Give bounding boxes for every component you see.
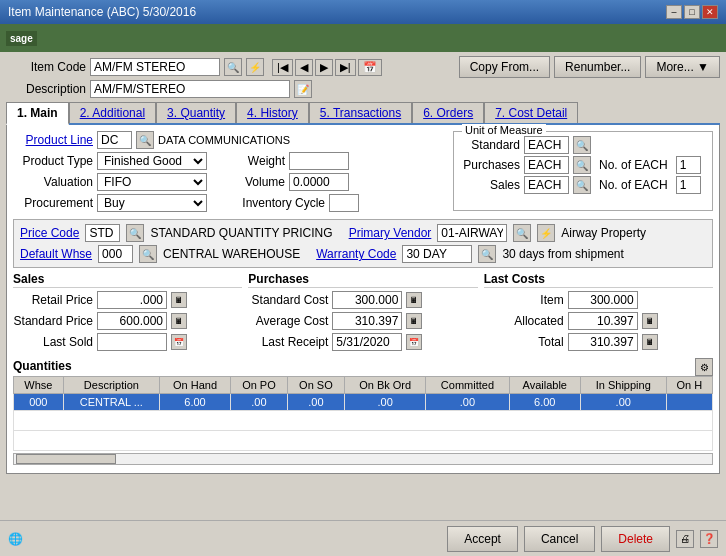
- quantities-table: Whse Description On Hand On PO On SO On …: [13, 376, 713, 451]
- description-label: Description: [6, 82, 86, 96]
- default-whse-input[interactable]: [98, 245, 133, 263]
- help-button[interactable]: ❓: [700, 530, 718, 548]
- primary-vendor-label[interactable]: Primary Vendor: [349, 226, 432, 240]
- quantities-title: Quantities: [13, 359, 72, 373]
- tab-orders[interactable]: 6. Orders: [412, 102, 484, 123]
- retail-price-label: Retail Price: [13, 293, 93, 307]
- product-line-label[interactable]: Product Line: [13, 133, 93, 147]
- warranty-code-search[interactable]: 🔍: [478, 245, 496, 263]
- col-description: Description: [63, 377, 159, 394]
- tab-transactions[interactable]: 5. Transactions: [309, 102, 412, 123]
- tab-cost-detail[interactable]: 7. Cost Detail: [484, 102, 578, 123]
- product-line-search-button[interactable]: 🔍: [136, 131, 154, 149]
- warranty-code-desc: 30 days from shipment: [502, 247, 623, 261]
- title-bar-controls: – □ ✕: [666, 5, 718, 19]
- product-type-select[interactable]: Finished Good Raw Material Service: [97, 152, 207, 170]
- horizontal-scrollbar[interactable]: [13, 453, 713, 465]
- nav-last-button[interactable]: ▶|: [335, 59, 356, 76]
- product-line-input[interactable]: [97, 131, 132, 149]
- uom-sales-input[interactable]: [524, 176, 569, 194]
- last-sold-input[interactable]: [97, 333, 167, 351]
- warranty-code-input[interactable]: [402, 245, 472, 263]
- default-whse-label[interactable]: Default Whse: [20, 247, 92, 261]
- uom-purchases-qty[interactable]: [676, 156, 701, 174]
- quantities-settings-button[interactable]: ⚙: [695, 358, 713, 376]
- standard-cost-calc[interactable]: 🖩: [406, 292, 422, 308]
- title-bar-title: Item Maintenance (ABC) 5/30/2016: [8, 5, 196, 19]
- tab-quantity[interactable]: 3. Quantity: [156, 102, 236, 123]
- lc-allocated-calc[interactable]: 🖩: [642, 313, 658, 329]
- valuation-select[interactable]: FIFO LIFO Average: [97, 173, 207, 191]
- cancel-button[interactable]: Cancel: [524, 526, 595, 552]
- sage-icon-bottom: 🌐: [8, 532, 23, 546]
- primary-vendor-btn2[interactable]: ⚡: [537, 224, 555, 242]
- cell-on-po: .00: [230, 394, 287, 411]
- tab-additional[interactable]: 2. Additional: [69, 102, 156, 123]
- close-button[interactable]: ✕: [702, 5, 718, 19]
- last-receipt-cal[interactable]: 📅: [406, 334, 422, 350]
- average-cost-calc[interactable]: 🖩: [406, 313, 422, 329]
- last-sold-cal[interactable]: 📅: [171, 334, 187, 350]
- default-whse-search[interactable]: 🔍: [139, 245, 157, 263]
- standard-cost-label: Standard Cost: [248, 293, 328, 307]
- uom-sales-search[interactable]: 🔍: [573, 176, 591, 194]
- more-button[interactable]: More... ▼: [645, 56, 720, 78]
- uom-standard-search[interactable]: 🔍: [573, 136, 591, 154]
- uom-sales-qty[interactable]: [676, 176, 701, 194]
- price-code-input[interactable]: [85, 224, 120, 242]
- weight-input[interactable]: [289, 152, 349, 170]
- procurement-select[interactable]: Buy Make: [97, 194, 207, 212]
- scrollbar-thumb[interactable]: [16, 454, 116, 464]
- copy-from-button[interactable]: Copy From...: [459, 56, 550, 78]
- nav-calendar-button[interactable]: 📅: [358, 59, 382, 76]
- maximize-button[interactable]: □: [684, 5, 700, 19]
- print-button[interactable]: 🖨: [676, 530, 694, 548]
- description-input[interactable]: [90, 80, 290, 98]
- nav-next-button[interactable]: ▶: [315, 59, 333, 76]
- standard-price-input[interactable]: [97, 312, 167, 330]
- primary-vendor-input[interactable]: [437, 224, 507, 242]
- purchases-section: Purchases Standard Cost 🖩 Average Cost 🖩…: [248, 272, 477, 354]
- uom-standard-label: Standard: [460, 138, 520, 152]
- accept-button[interactable]: Accept: [447, 526, 518, 552]
- last-receipt-input[interactable]: [332, 333, 402, 351]
- item-code-scan-button[interactable]: ⚡: [246, 58, 264, 76]
- retail-price-calc[interactable]: 🖩: [171, 292, 187, 308]
- warranty-code-label[interactable]: Warranty Code: [316, 247, 396, 261]
- description-memo-button[interactable]: 📝: [294, 80, 312, 98]
- item-code-input[interactable]: [90, 58, 220, 76]
- standard-cost-input[interactable]: [332, 291, 402, 309]
- average-cost-input[interactable]: [332, 312, 402, 330]
- lc-allocated-input[interactable]: [568, 312, 638, 330]
- volume-input[interactable]: [289, 173, 349, 191]
- inventory-cycle-input[interactable]: [329, 194, 359, 212]
- primary-vendor-search[interactable]: 🔍: [513, 224, 531, 242]
- col-on-bk-ord: On Bk Ord: [344, 377, 425, 394]
- table-row[interactable]: 000 CENTRAL ... 6.00 .00 .00 .00 .00 6.0…: [14, 394, 713, 411]
- cell-committed: .00: [426, 394, 509, 411]
- lc-total-input[interactable]: [568, 333, 638, 351]
- retail-price-input[interactable]: [97, 291, 167, 309]
- lc-total-calc[interactable]: 🖩: [642, 334, 658, 350]
- tab-history[interactable]: 4. History: [236, 102, 309, 123]
- renumber-button[interactable]: Renumber...: [554, 56, 641, 78]
- uom-purchases-input[interactable]: [524, 156, 569, 174]
- delete-button[interactable]: Delete: [601, 526, 670, 552]
- item-code-search-button[interactable]: 🔍: [224, 58, 242, 76]
- nav-first-button[interactable]: |◀: [272, 59, 293, 76]
- price-code-search[interactable]: 🔍: [126, 224, 144, 242]
- price-code-label[interactable]: Price Code: [20, 226, 79, 240]
- uom-standard-input[interactable]: [524, 136, 569, 154]
- last-receipt-label: Last Receipt: [248, 335, 328, 349]
- minimize-button[interactable]: –: [666, 5, 682, 19]
- title-bar: Item Maintenance (ABC) 5/30/2016 – □ ✕: [0, 0, 726, 24]
- tab-main[interactable]: 1. Main: [6, 102, 69, 125]
- uom-purchases-search[interactable]: 🔍: [573, 156, 591, 174]
- sales-title: Sales: [13, 272, 242, 288]
- standard-price-calc[interactable]: 🖩: [171, 313, 187, 329]
- cell-on-hand: 6.00: [160, 394, 231, 411]
- nav-prev-button[interactable]: ◀: [295, 59, 313, 76]
- lc-item-input[interactable]: [568, 291, 638, 309]
- uom-purchases-row: Purchases 🔍 No. of EACH: [460, 156, 706, 174]
- col-on-so: On SO: [287, 377, 344, 394]
